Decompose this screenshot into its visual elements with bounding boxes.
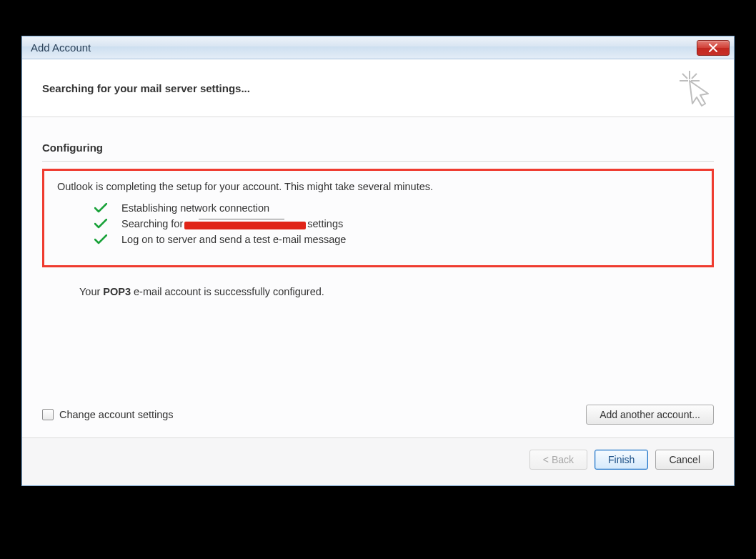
check-icon bbox=[94, 219, 110, 229]
step-logon-test: Log on to server and send a test e-mail … bbox=[94, 234, 699, 245]
check-icon bbox=[94, 234, 110, 244]
success-message: Your POP3 e-mail account is successfully… bbox=[42, 286, 714, 297]
step-search-settings: Searching for settings bbox=[94, 218, 699, 229]
progress-highlight-box: Outlook is completing the setup for your… bbox=[42, 169, 714, 267]
close-icon bbox=[708, 44, 718, 52]
divider bbox=[42, 161, 714, 162]
wizard-header-title: Searching for your mail server settings.… bbox=[42, 82, 250, 94]
progress-steps: Establishing network connection Searchin… bbox=[57, 202, 699, 245]
step-label-prefix: Searching for bbox=[121, 218, 183, 229]
wizard-content: Configuring Outlook is completing the se… bbox=[22, 117, 734, 437]
cancel-button[interactable]: Cancel bbox=[655, 450, 714, 470]
back-button[interactable]: < Back bbox=[529, 450, 587, 470]
intro-text: Outlook is completing the setup for your… bbox=[57, 181, 699, 192]
checkbox-icon bbox=[42, 409, 54, 420]
wizard-header: Searching for your mail server settings.… bbox=[22, 59, 734, 117]
change-account-settings-checkbox[interactable]: Change account settings bbox=[42, 409, 174, 420]
configuring-label: Configuring bbox=[42, 142, 714, 154]
svg-line-3 bbox=[682, 74, 687, 79]
window-title: Add Account bbox=[31, 41, 91, 54]
svg-line-4 bbox=[692, 74, 697, 79]
success-suffix: e-mail account is successfully configure… bbox=[131, 286, 324, 297]
protocol-label: POP3 bbox=[103, 286, 131, 297]
check-icon bbox=[94, 203, 110, 213]
step-label: Establishing network connection bbox=[121, 202, 269, 214]
wizard-footer: < Back Finish Cancel bbox=[22, 437, 734, 485]
checkbox-label: Change account settings bbox=[59, 409, 174, 420]
titlebar: Add Account bbox=[22, 36, 734, 59]
success-prefix: Your bbox=[79, 286, 103, 297]
finish-button[interactable]: Finish bbox=[595, 450, 648, 470]
close-button[interactable] bbox=[697, 40, 730, 56]
step-network: Establishing network connection bbox=[94, 202, 699, 214]
add-account-dialog: Add Account Searching for your mail serv… bbox=[21, 36, 735, 486]
step-label: Log on to server and send a test e-mail … bbox=[121, 234, 346, 245]
options-row: Change account settings Add another acco… bbox=[42, 405, 714, 437]
step-label-suffix: settings bbox=[307, 218, 343, 229]
redacted-email bbox=[184, 222, 306, 229]
add-another-account-button[interactable]: Add another account... bbox=[586, 405, 714, 425]
cursor-sparkle-icon bbox=[677, 69, 714, 107]
